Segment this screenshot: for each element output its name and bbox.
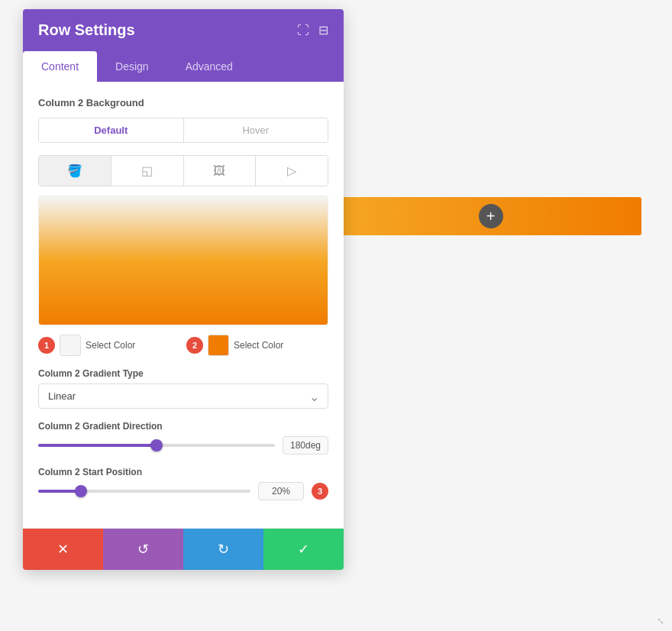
color-badge-2: 2 bbox=[186, 337, 203, 354]
gradient-direction-group: Column 2 Gradient Direction 180deg bbox=[38, 421, 328, 455]
reset-button[interactable]: ↺ bbox=[103, 529, 183, 570]
gradient-direction-slider-row: 180deg bbox=[38, 436, 328, 455]
panel-header: Row Settings ⛶ ⊟ bbox=[23, 9, 344, 51]
save-icon: ✓ bbox=[298, 541, 309, 558]
tab-design[interactable]: Design bbox=[97, 51, 167, 82]
image-icon: 🖼 bbox=[213, 164, 225, 178]
bg-type-icons: 🪣 ◱ 🖼 ▷ bbox=[38, 155, 328, 186]
gradient-direction-label: Column 2 Gradient Direction bbox=[38, 421, 328, 432]
resize-handle[interactable]: ⤡ bbox=[657, 616, 669, 628]
gradient-direction-thumb[interactable] bbox=[150, 439, 163, 451]
gradient-direction-value[interactable]: 180deg bbox=[283, 436, 328, 455]
default-hover-toggle: Default Hover bbox=[38, 118, 328, 143]
plus-icon: + bbox=[486, 208, 496, 225]
gradient-type-group: Column 2 Gradient Type Linear Radial bbox=[38, 368, 328, 409]
gradient-icon: ◱ bbox=[141, 163, 153, 178]
start-position-badge: 3 bbox=[312, 483, 328, 500]
color-stop-1: 1 Select Color bbox=[38, 335, 180, 356]
cancel-icon: ✕ bbox=[57, 541, 69, 558]
action-bar: ✕ ↺ ↻ ✓ bbox=[23, 528, 344, 570]
start-position-label: Column 2 Start Position bbox=[38, 467, 328, 477]
gradient-direction-fill bbox=[38, 444, 157, 447]
panel-header-icons: ⛶ ⊟ bbox=[297, 23, 328, 37]
redo-icon: ↻ bbox=[218, 541, 229, 558]
color-selectors: 1 Select Color 2 Select Color bbox=[38, 335, 328, 356]
select-color-label-1[interactable]: Select Color bbox=[86, 340, 180, 351]
redo-button[interactable]: ↻ bbox=[183, 529, 263, 570]
hover-tab[interactable]: Hover bbox=[184, 118, 328, 142]
start-position-group: Column 2 Start Position 20% 3 bbox=[38, 467, 328, 500]
expand-icon[interactable]: ⛶ bbox=[297, 24, 309, 37]
canvas-orange-row[interactable]: + bbox=[340, 197, 641, 235]
add-button[interactable]: + bbox=[479, 204, 503, 228]
select-color-label-2[interactable]: Select Color bbox=[234, 340, 328, 351]
color-badge-1: 1 bbox=[38, 337, 55, 354]
gradient-type-select-wrapper: Linear Radial bbox=[38, 383, 328, 409]
start-position-value[interactable]: 20% bbox=[258, 482, 304, 500]
start-position-slider-row: 20% 3 bbox=[38, 482, 328, 500]
start-position-thumb[interactable] bbox=[75, 485, 87, 497]
panel-content: Column 2 Background Default Hover 🪣 ◱ 🖼 bbox=[23, 82, 344, 528]
bg-color-button[interactable]: 🪣 bbox=[39, 156, 111, 186]
reset-icon: ↺ bbox=[137, 541, 149, 558]
save-button[interactable]: ✓ bbox=[263, 529, 344, 570]
gradient-direction-track[interactable] bbox=[38, 444, 275, 447]
tab-bar: Content Design Advanced bbox=[23, 51, 344, 82]
settings-panel: Row Settings ⛶ ⊟ Content Design Advanced… bbox=[23, 9, 344, 570]
color-swatch-2[interactable] bbox=[208, 335, 229, 356]
tab-content[interactable]: Content bbox=[23, 51, 97, 82]
panel-title: Row Settings bbox=[38, 21, 135, 39]
column-bg-label: Column 2 Background bbox=[38, 97, 328, 108]
cancel-button[interactable]: ✕ bbox=[23, 529, 103, 570]
bg-video-button[interactable]: ▷ bbox=[256, 156, 328, 186]
color-swatch-1[interactable] bbox=[60, 335, 81, 356]
bg-image-button[interactable]: 🖼 bbox=[184, 156, 257, 186]
start-position-track[interactable] bbox=[38, 490, 250, 493]
default-tab[interactable]: Default bbox=[39, 118, 183, 142]
gradient-type-label: Column 2 Gradient Type bbox=[38, 368, 328, 379]
gradient-preview bbox=[38, 196, 328, 325]
tab-advanced[interactable]: Advanced bbox=[167, 51, 251, 82]
bg-gradient-button[interactable]: ◱ bbox=[111, 156, 184, 186]
video-icon: ▷ bbox=[287, 163, 296, 178]
paint-bucket-icon: 🪣 bbox=[67, 163, 82, 178]
gradient-type-select[interactable]: Linear Radial bbox=[38, 383, 328, 409]
color-stop-2: 2 Select Color bbox=[186, 335, 328, 356]
columns-icon[interactable]: ⊟ bbox=[318, 23, 328, 37]
